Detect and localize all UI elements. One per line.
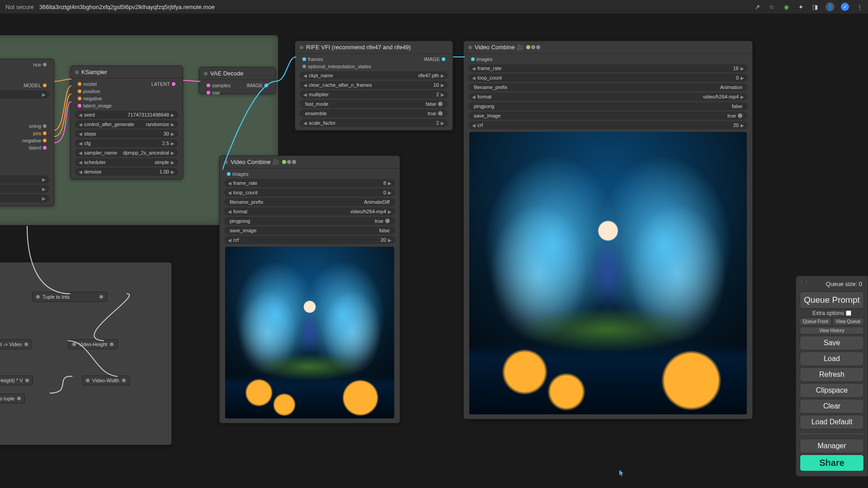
view-history-button[interactable]: View History (800, 327, 864, 334)
denoise-widget[interactable]: ◀denoise1.00▶ (75, 168, 178, 176)
star-icon[interactable]: ☆ (768, 3, 776, 11)
frame-rate-widget[interactable]: ◀frame_rate8▶ (224, 179, 395, 187)
format-widget[interactable]: ◀formatvideo/h264-mp4▶ (224, 207, 395, 216)
widget[interactable]: ◀127▶ (0, 175, 49, 183)
browser-toolbar-icons: ↗ ☆ ◉ ✦ ◨ 👤 ✓ ⋮ (753, 2, 863, 11)
crf-widget[interactable]: ◀crf20▶ (468, 121, 748, 129)
queue-prompt-button[interactable]: Queue Prompt (800, 291, 864, 309)
video-height-node[interactable]: Video-Height (68, 339, 118, 349)
mouse-cursor-icon (619, 470, 625, 477)
control-after-generate-widget[interactable]: ◀control_after_generaterandomize▶ (75, 120, 178, 128)
width-height-node[interactable]: Width / Height) * V (0, 375, 33, 385)
control-panel[interactable]: ⋮⋮ Queue size: 0 Queue Prompt Extra opti… (796, 276, 868, 477)
cfg-widget[interactable]: ◀cfg2.5▶ (75, 139, 178, 147)
profile-icon[interactable]: 👤 (826, 2, 835, 11)
extensions-icon[interactable]: ✦ (797, 3, 805, 11)
ensemble-widget[interactable]: ensembletrue (300, 109, 448, 117)
pingpong-widget[interactable]: pingpongtrue (224, 217, 395, 225)
refresh-button[interactable]: Refresh (800, 367, 864, 382)
clear-cache-widget[interactable]: ◀clear_cache_after_n_frames10▶ (300, 81, 448, 89)
loop-count-widget[interactable]: ◀loop_count0▶ (468, 74, 748, 82)
ckpt-name-widget[interactable]: ◀ckpt_namerife47.pth▶ (300, 71, 448, 80)
rife-vfi-node[interactable]: RIFE VFI (recommend rife47 and rife49) f… (295, 41, 453, 131)
video-width-node[interactable]: Video-Width (82, 375, 130, 385)
ksampler-node[interactable]: KSampler modelLATENT positive negative l… (70, 66, 183, 179)
sqrt-video-node[interactable]: uare root -> Video (0, 339, 32, 349)
filename-prefix-widget[interactable]: filename_prefixAnimateDiff (224, 198, 395, 206)
video-preview[interactable] (225, 247, 394, 418)
extra-options-toggle[interactable]: Extra options (800, 310, 864, 316)
node-title[interactable]: KSampler (71, 66, 183, 79)
clipspace-button[interactable]: Clipspace (800, 383, 864, 398)
frame-rate-widget[interactable]: ◀frame_rate16▶ (468, 64, 748, 72)
to-tuple-node[interactable]: t to tuple (0, 394, 25, 404)
queue-size-label: Queue size: 0 (800, 280, 864, 290)
share-button[interactable]: Share (800, 455, 864, 471)
video-preview[interactable] (469, 132, 747, 414)
shield-icon[interactable]: ◉ (782, 3, 790, 11)
steps-widget[interactable]: ◀steps30▶ (75, 130, 178, 138)
video-combine-small-node[interactable]: Video Combine 🎥 images ◀frame_rate8▶ ◀lo… (219, 155, 400, 423)
panel-bottom-left[interactable]: Tuple to Ints uare root -> Video Video-H… (0, 262, 172, 445)
format-widget[interactable]: ◀formatvideo/h264-mp4▶ (468, 93, 748, 101)
share-icon[interactable]: ↗ (753, 3, 761, 11)
load-default-button[interactable]: Load Default (800, 415, 864, 429)
manager-button[interactable]: Manager (800, 439, 864, 453)
node-canvas[interactable]: nce MODEL ◀1.0▶ oning pos negative laten… (0, 14, 868, 488)
node-title[interactable]: Video Combine 🎥 (464, 41, 752, 54)
widget[interactable]: ◀1.0▶ (0, 90, 49, 99)
save-image-widget[interactable]: save_imagetrue (468, 112, 748, 120)
node-title[interactable]: RIFE VFI (recommend rife47 and rife49) (295, 41, 453, 54)
check-icon[interactable]: ✓ (841, 3, 849, 11)
vae-decode-node[interactable]: VAE Decode samplesIMAGE vae (199, 67, 276, 94)
tuple-to-ints-node[interactable]: Tuple to Ints (32, 292, 107, 302)
scheduler-widget[interactable]: ◀schedulersimple▶ (75, 158, 178, 166)
partial-node-top[interactable]: nce MODEL ◀1.0▶ oning pos negative laten… (0, 59, 54, 206)
loop-count-widget[interactable]: ◀loop_count0▶ (224, 188, 395, 197)
panel-icon[interactable]: ◨ (811, 3, 819, 11)
node-title[interactable]: Video Combine 🎥 (220, 156, 400, 169)
widget[interactable]: ◀6▶ (0, 185, 49, 193)
video-combine-large-node[interactable]: Video Combine 🎥 images ◀frame_rate16▶ ◀l… (463, 41, 753, 419)
menu-icon[interactable]: ⋮ (855, 3, 863, 11)
multiplier-widget[interactable]: ◀multiplier2▶ (300, 90, 448, 99)
pingpong-widget[interactable]: pingpongfalse (468, 102, 748, 110)
browser-address-bar: Not secure 366lta3nztgt4m3bghon2xfq2gsl5… (0, 0, 868, 14)
save-button[interactable]: Save (800, 336, 864, 350)
seed-widget[interactable]: ◀seed717473131498648▶ (75, 111, 178, 119)
clear-button[interactable]: Clear (800, 399, 864, 413)
save-image-widget[interactable]: save_imagefalse (224, 226, 395, 235)
view-queue-button[interactable]: View Queue (833, 318, 864, 325)
drag-handle-icon[interactable]: ⋮⋮ (799, 280, 809, 286)
load-button[interactable]: Load (800, 352, 864, 366)
url-text[interactable]: 366lta3nztgt4m3bghon2xfq2gsl5l6pv2lklhay… (39, 4, 215, 10)
sampler-name-widget[interactable]: ◀sampler_namedpmpp_2s_ancestral▶ (75, 149, 178, 157)
queue-front-button[interactable]: Queue Front (800, 318, 831, 325)
filename-prefix-widget[interactable]: filename_prefixAnimation (468, 83, 748, 91)
widget[interactable]: ◀0.00▶ (0, 194, 49, 202)
crf-widget[interactable]: ◀crf20▶ (224, 236, 395, 244)
scale-factor-widget[interactable]: ◀scale_factor2▶ (300, 119, 448, 127)
node-title[interactable]: VAE Decode (199, 67, 275, 80)
fast-mode-widget[interactable]: fast_modefalse (300, 100, 448, 108)
security-badge: Not secure (5, 4, 34, 10)
